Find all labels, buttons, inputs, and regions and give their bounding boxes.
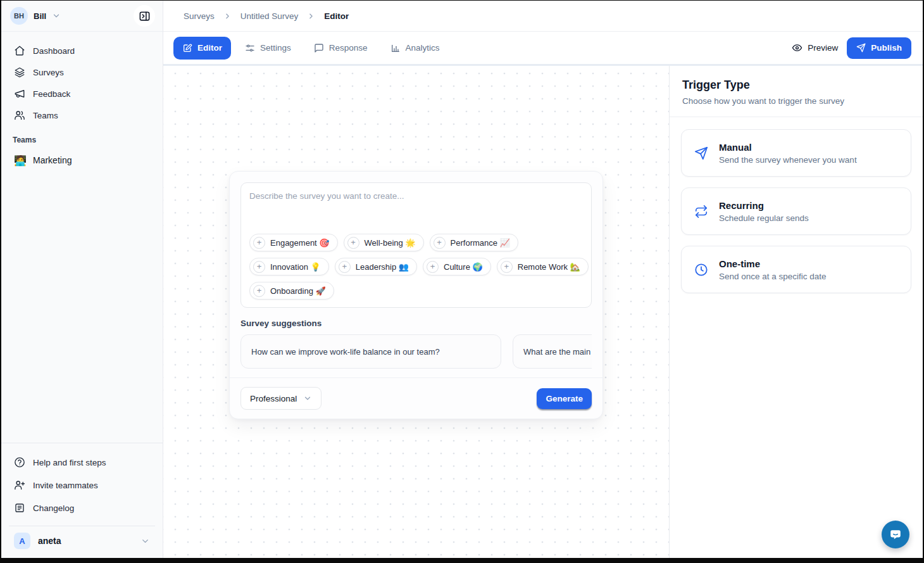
preview-button[interactable]: Preview [792,42,838,53]
sidebar-nav: Dashboard Surveys Feedback Teams Teams 🧑… [1,32,163,443]
tab-label: Settings [260,43,291,53]
sidebar-item-changelog[interactable]: Changelog [9,497,155,519]
tag-chip-remote-work[interactable]: Remote Work 🏡 [497,258,589,275]
workspace-switcher[interactable]: BH Bill [10,7,61,25]
home-icon [14,45,25,56]
send-icon [694,146,708,160]
panel-subtitle: Choose how you want to trigger the surve… [682,96,910,106]
bar-chart-icon [390,43,401,53]
chip-label: Leadership 👥 [356,262,409,272]
survey-composer-card: Engagement 🎯 Well-being 🌟 Performance 📈 … [229,171,603,419]
sidebar-item-teams[interactable]: Teams [9,104,155,126]
tag-chip-leadership[interactable]: Leadership 👥 [335,258,417,275]
chip-label: Onboarding 🚀 [270,286,326,296]
chip-label: Performance 📈 [451,238,510,248]
trigger-options: Manual Send the survey whenever you want… [670,117,923,305]
workspace-name: Bill [34,11,46,21]
sidebar-item-label: Teams [33,111,58,120]
chat-bubble-icon [889,528,902,541]
breadcrumb-untitled-survey[interactable]: Untitled Survey [240,11,299,21]
survey-description-input[interactable] [249,191,583,234]
panel-right-icon [139,10,151,22]
account-name: aneta [38,536,133,546]
trigger-type-panel: Trigger Type Choose how you want to trig… [669,66,923,558]
chip-label: Culture 🌍 [444,262,483,272]
sidebar-toggle-button[interactable] [134,5,155,27]
trigger-description: Send the survey whenever you want [719,155,857,165]
tab-label: Response [329,43,368,53]
sidebar-item-surveys[interactable]: Surveys [9,61,155,83]
team-label: Marketing [33,155,72,165]
tag-chip-well-being[interactable]: Well-being 🌟 [344,234,424,251]
pencil-square-icon [182,43,192,53]
tag-chip-innovation[interactable]: Innovation 💡 [249,258,329,275]
trigger-option-recurring[interactable]: Recurring Schedule regular sends [681,187,911,235]
prompt-box: Engagement 🎯 Well-being 🌟 Performance 📈 … [240,182,592,308]
workspace-avatar: BH [10,7,28,25]
chevron-right-icon [307,12,315,20]
sidebar-item-help[interactable]: Help and first steps [9,451,155,474]
send-icon [856,43,866,53]
sidebar-item-label: Surveys [33,68,64,77]
editor-canvas[interactable]: Engagement 🎯 Well-being 🌟 Performance 📈 … [163,66,669,558]
sidebar-footer: Help and first steps Invite teammates Ch… [1,443,163,558]
composer-footer: Professional Generate [230,377,602,419]
tag-chip-engagement[interactable]: Engagement 🎯 [249,234,338,251]
content-area: Engagement 🎯 Well-being 🌟 Performance 📈 … [163,64,923,558]
megaphone-icon [14,88,25,99]
editor-toolbar: Editor Settings Response Analytics [163,32,923,64]
generate-button[interactable]: Generate [537,388,592,409]
suggestion-card[interactable]: What are the main ob [513,334,592,369]
tab-settings[interactable]: Settings [236,37,300,60]
tab-response[interactable]: Response [305,37,377,60]
eye-icon [792,42,802,53]
breadcrumb: Surveys Untitled Survey Editor [163,1,923,32]
sidebar-item-team-marketing[interactable]: 🧑‍💻 Marketing [9,149,155,172]
account-menu[interactable]: A aneta [9,526,155,552]
tone-select[interactable]: Professional [240,387,322,410]
trigger-description: Send once at a specific date [719,272,827,281]
trigger-option-one-time[interactable]: One-time Send once at a specific date [681,246,911,293]
publish-label: Publish [871,43,902,53]
sidebar-item-label: Invite teammates [33,481,98,490]
chevron-down-icon [140,536,150,546]
editor-tabs: Editor Settings Response Analytics [173,37,449,60]
tag-chip-performance[interactable]: Performance 📈 [430,234,518,251]
publish-button[interactable]: Publish [847,37,911,59]
repeat-icon [694,205,708,218]
tab-editor[interactable]: Editor [173,37,231,60]
tag-chip-onboarding[interactable]: Onboarding 🚀 [249,282,334,300]
panel-title: Trigger Type [682,79,910,92]
layers-icon [14,66,25,78]
chat-widget-button[interactable] [882,521,909,548]
chevron-down-icon [52,11,61,20]
preview-label: Preview [808,43,838,53]
breadcrumb-surveys[interactable]: Surveys [184,11,215,21]
trigger-title: Recurring [719,200,809,211]
main-area: Surveys Untitled Survey Editor Editor Se… [163,1,923,558]
help-circle-icon [14,457,25,468]
sidebar-item-label: Help and first steps [33,458,106,467]
plus-icon [427,261,439,273]
chip-label: Innovation 💡 [270,262,321,272]
tab-analytics[interactable]: Analytics [382,37,449,60]
clock-icon [694,263,708,277]
teams-section-label: Teams [9,126,155,149]
trigger-option-manual[interactable]: Manual Send the survey whenever you want [681,129,911,177]
suggestions-title: Survey suggestions [240,319,592,328]
toolbar-actions: Preview Publish [792,37,911,59]
trigger-panel-header: Trigger Type Choose how you want to trig… [670,66,923,117]
sidebar-item-label: Changelog [33,503,74,513]
message-square-icon [314,43,324,53]
tag-chip-culture[interactable]: Culture 🌍 [423,258,491,275]
sidebar-item-feedback[interactable]: Feedback [9,83,155,104]
sidebar-header: BH Bill [1,1,163,32]
user-plus-icon [14,479,25,491]
sidebar-item-dashboard[interactable]: Dashboard [9,40,155,61]
sidebar-item-invite[interactable]: Invite teammates [9,474,155,497]
suggestion-card[interactable]: How can we improve work-life balance in … [240,334,501,369]
account-avatar: A [14,533,30,549]
tag-chips: Engagement 🎯 Well-being 🌟 Performance 📈 … [249,234,583,300]
users-icon [14,110,25,121]
tone-selected-value: Professional [250,394,297,403]
